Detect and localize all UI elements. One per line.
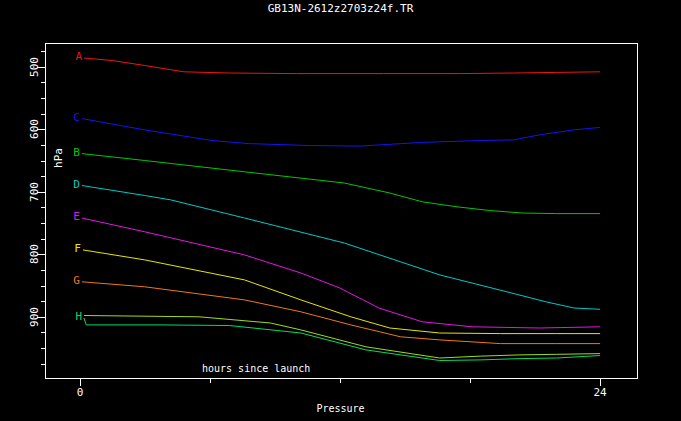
x-axis-tick-label: 0 <box>77 386 84 399</box>
y-axis-tick-label: 700 <box>28 182 41 202</box>
series-line-C <box>82 119 600 147</box>
chart-title: GB13N-2612z2703z24f.TR <box>0 2 681 15</box>
series-line-B <box>82 154 600 214</box>
series-letter-F: F <box>74 242 81 255</box>
y-axis-label: hPa <box>52 138 68 178</box>
series-line-E <box>82 218 600 328</box>
x-axis-tick-label: 24 <box>593 386 607 399</box>
series-line-F <box>83 250 600 334</box>
series-letter-D: D <box>73 178 80 191</box>
series-letter-E: E <box>73 210 80 223</box>
x-axis-label: Pressure <box>0 403 681 414</box>
series-letter-G: G <box>73 274 80 287</box>
series-line-D <box>82 186 600 310</box>
x-axis-inner-annotation: hours since launch <box>202 363 310 374</box>
y-axis-tick-label: 600 <box>28 119 41 139</box>
series-line-G <box>82 282 600 344</box>
series-line-unlabeled <box>84 316 600 359</box>
series-line-A <box>84 58 600 74</box>
series-line-H <box>84 318 600 361</box>
app-window: 500600700800900024ACBDEFGH GB13N-2612z27… <box>0 0 681 421</box>
series-letter-A: A <box>75 50 82 63</box>
pressure-time-plot: 500600700800900024ACBDEFGH <box>0 0 681 421</box>
series-letter-C: C <box>73 111 80 124</box>
y-axis-tick-label: 500 <box>28 57 41 77</box>
y-axis-tick-label: 900 <box>28 307 41 327</box>
series-letter-B: B <box>73 146 80 159</box>
y-axis-tick-label: 800 <box>28 244 41 264</box>
series-letter-H: H <box>75 310 82 323</box>
